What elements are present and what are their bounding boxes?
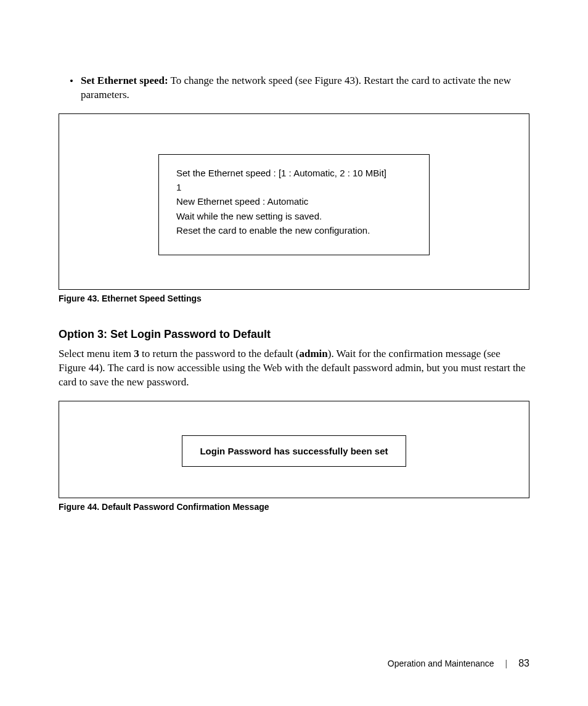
para-bold-2: admin xyxy=(299,348,327,359)
figure-43-caption: Figure 43. Ethernet Speed Settings xyxy=(59,293,529,303)
section-heading: Option 3: Set Login Password to Default xyxy=(59,328,529,341)
figure43-line3: New Ethernet speed : Automatic xyxy=(176,194,412,208)
footer-divider: | xyxy=(505,659,508,668)
para-pre: Select menu item xyxy=(59,348,134,359)
figure44-text: Login Password has successfully been set xyxy=(200,446,388,456)
figure-43-box: Set the Ethernet speed : [1 : Automatic,… xyxy=(158,154,430,255)
para-mid: to return the password to the default ( xyxy=(139,348,300,359)
figure-44-container: Login Password has successfully been set xyxy=(59,401,529,498)
figure43-line4: Wait while the new setting is saved. xyxy=(176,209,412,223)
bullet-text: Set Ethernet speed: To change the networ… xyxy=(81,74,529,102)
bullet-item: • Set Ethernet speed: To change the netw… xyxy=(70,74,529,102)
footer-section-name: Operation and Maintenance xyxy=(388,659,494,668)
page-number: 83 xyxy=(518,658,529,669)
para-bold-1: 3 xyxy=(134,348,139,359)
section-paragraph: Select menu item 3 to return the passwor… xyxy=(59,347,529,390)
figure43-line2: 1 xyxy=(176,180,412,194)
figure-43-container: Set the Ethernet speed : [1 : Automatic,… xyxy=(59,113,529,290)
page-content: • Set Ethernet speed: To change the netw… xyxy=(0,0,588,512)
bullet-label: Set Ethernet speed: xyxy=(81,75,168,86)
page-footer: Operation and Maintenance | 83 xyxy=(388,658,529,669)
figure43-line1: Set the Ethernet speed : [1 : Automatic,… xyxy=(176,166,412,180)
figure43-line5: Reset the card to enable the new configu… xyxy=(176,223,412,237)
figure-44-box: Login Password has successfully been set xyxy=(182,435,406,467)
figure-44-caption: Figure 44. Default Password Confirmation… xyxy=(59,502,529,512)
bullet-marker: • xyxy=(70,75,73,102)
